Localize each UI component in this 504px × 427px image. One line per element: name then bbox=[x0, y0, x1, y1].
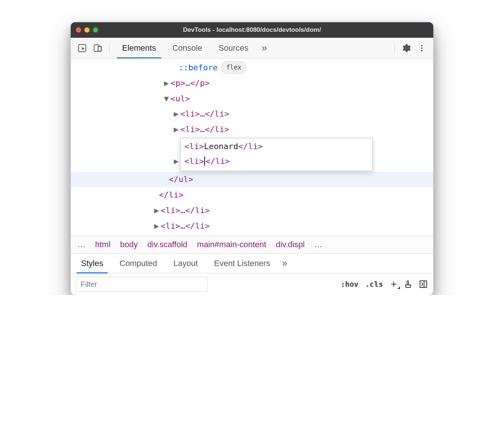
tab-sources[interactable]: Sources bbox=[210, 38, 256, 58]
expand-caret-icon[interactable]: ▶ bbox=[174, 122, 179, 137]
new-style-rule-button[interactable]: + bbox=[389, 279, 399, 289]
svg-point-6 bbox=[421, 50, 423, 51]
li-close-row[interactable]: </li> bbox=[71, 187, 433, 203]
paint-brush-icon[interactable] bbox=[404, 279, 413, 289]
maximize-window-button[interactable] bbox=[93, 27, 98, 33]
styles-subtabs: Styles Computed Layout Event Listeners » bbox=[71, 253, 433, 273]
main-toolbar: Elements Console Sources » bbox=[71, 38, 433, 58]
expand-caret-icon[interactable]: ▶ bbox=[154, 218, 159, 234]
gear-icon[interactable] bbox=[399, 41, 413, 55]
p-collapsed-row[interactable]: ▶<p>…</p> bbox=[71, 75, 433, 91]
styles-filter-input[interactable] bbox=[76, 277, 208, 292]
svg-point-5 bbox=[421, 47, 423, 48]
ul-open-row[interactable]: ▼<ul> bbox=[71, 91, 433, 107]
svg-rect-7 bbox=[420, 281, 427, 288]
ul-close-row[interactable]: </ul> bbox=[71, 172, 433, 187]
toggle-computed-panel-icon[interactable] bbox=[419, 279, 428, 289]
toolbar-separator-right bbox=[394, 43, 395, 54]
subtab-computed[interactable]: Computed bbox=[111, 253, 165, 273]
html-edit-box[interactable]: <li>Leonard</li><li>​</li> bbox=[180, 138, 373, 171]
close-window-button[interactable] bbox=[76, 27, 81, 33]
device-toolbar-icon[interactable] bbox=[91, 41, 105, 55]
element-classes-button[interactable]: .cls bbox=[364, 278, 384, 290]
force-state-button[interactable]: :hov bbox=[340, 278, 359, 290]
kebab-menu-icon[interactable] bbox=[415, 41, 429, 55]
minimize-window-button[interactable] bbox=[84, 27, 90, 33]
li-row-4[interactable]: ▶<li>…</li> bbox=[71, 218, 433, 234]
tab-elements[interactable]: Elements bbox=[114, 38, 164, 58]
expand-caret-icon[interactable]: ▶ bbox=[154, 203, 159, 218]
pseudo-before-row[interactable]: ::beforeflex bbox=[71, 60, 433, 75]
elements-dom-tree[interactable]: ::beforeflex ▶<p>…</p> ▼<ul> ▶<li>…</li>… bbox=[71, 58, 433, 236]
li-row-3[interactable]: ▶<li>…</li> bbox=[71, 203, 433, 218]
breadcrumb-overflow-right[interactable]: … bbox=[314, 240, 322, 249]
pseudo-before-label: ::before bbox=[178, 63, 218, 72]
svg-rect-2 bbox=[98, 46, 101, 51]
collapse-caret-icon[interactable]: ▼ bbox=[164, 91, 169, 107]
subtab-layout[interactable]: Layout bbox=[165, 253, 206, 273]
breadcrumb-body[interactable]: body bbox=[120, 240, 138, 249]
li-row-2[interactable]: ▶<li>…</li> bbox=[71, 122, 433, 137]
expand-caret-icon[interactable]: ▶ bbox=[164, 75, 169, 91]
subtab-event-listeners[interactable]: Event Listeners bbox=[206, 253, 279, 273]
breadcrumb-div-scaffold[interactable]: div.scaffold bbox=[147, 240, 187, 249]
expand-caret-icon[interactable]: ▶ bbox=[174, 154, 179, 169]
breadcrumb-main[interactable]: main#main-content bbox=[197, 240, 266, 249]
expand-caret-icon[interactable]: ▶ bbox=[174, 106, 179, 122]
main-tabs: Elements Console Sources bbox=[114, 38, 256, 58]
styles-toolbar: :hov .cls + bbox=[71, 273, 433, 295]
breadcrumb-html[interactable]: html bbox=[95, 240, 111, 249]
inspect-element-icon[interactable] bbox=[75, 41, 89, 55]
devtools-window: DevTools - localhost:8080/docs/devtools/… bbox=[71, 22, 433, 295]
window-title: DevTools - localhost:8080/docs/devtools/… bbox=[71, 26, 433, 34]
svg-point-4 bbox=[421, 45, 423, 46]
breadcrumb: … html body div.scaffold main#main-conte… bbox=[71, 236, 433, 253]
breadcrumb-overflow-left[interactable]: … bbox=[77, 240, 85, 249]
flex-badge[interactable]: flex bbox=[221, 61, 246, 74]
more-subtabs-icon[interactable]: » bbox=[278, 258, 291, 269]
li-row-1[interactable]: ▶<li>…</li> bbox=[71, 106, 433, 122]
tab-console[interactable]: Console bbox=[164, 38, 211, 58]
breadcrumb-div-displ[interactable]: div.displ bbox=[276, 240, 305, 249]
more-tabs-icon[interactable]: » bbox=[258, 42, 271, 54]
toolbar-separator bbox=[109, 43, 110, 54]
subtab-styles[interactable]: Styles bbox=[73, 253, 111, 273]
li-edit-row[interactable]: ▶<li>Leonard</li><li>​</li> bbox=[71, 137, 433, 172]
traffic-lights bbox=[76, 27, 98, 33]
titlebar: DevTools - localhost:8080/docs/devtools/… bbox=[71, 22, 433, 38]
